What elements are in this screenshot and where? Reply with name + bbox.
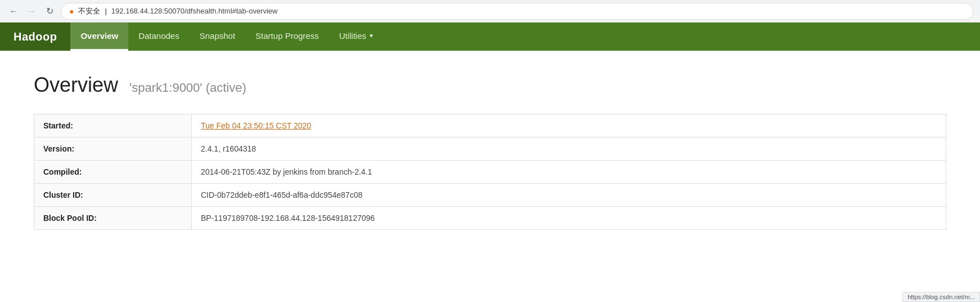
row-label: Cluster ID: <box>34 184 192 207</box>
page-heading: Overview 'spark1:9000' (active) <box>34 73 946 97</box>
address-bar[interactable]: ● 不安全 | 192.168.44.128:50070/dfshealth.h… <box>61 3 973 20</box>
table-row: Version:2.4.1, r1604318 <box>34 137 946 161</box>
main-content: Overview 'spark1:9000' (active) Started:… <box>0 51 980 252</box>
nav-datanodes[interactable]: Datanodes <box>128 23 190 51</box>
navbar-brand[interactable]: Hadoop <box>0 23 70 51</box>
row-value: CID-0b72ddeb-e8f1-465d-af6a-ddc954e87c08 <box>192 184 946 207</box>
reload-button[interactable]: ↻ <box>43 5 56 18</box>
row-value-link[interactable]: Tue Feb 04 23:50:15 CST 2020 <box>201 121 311 130</box>
table-row: Started:Tue Feb 04 23:50:15 CST 2020 <box>34 114 946 137</box>
forward-button[interactable]: → <box>25 5 38 18</box>
row-value: 2.4.1, r1604318 <box>192 137 946 161</box>
table-row: Block Pool ID:BP-1197189708-192.168.44.1… <box>34 207 946 230</box>
table-row: Cluster ID:CID-0b72ddeb-e8f1-465d-af6a-d… <box>34 184 946 207</box>
row-label: Started: <box>34 114 192 137</box>
row-label: Compiled: <box>34 161 192 184</box>
navbar-items: Overview Datanodes Snapshot Startup Prog… <box>70 23 384 51</box>
nav-startup-progress[interactable]: Startup Progress <box>245 23 329 51</box>
table-row: Compiled:2014-06-21T05:43Z by jenkins fr… <box>34 161 946 184</box>
url-text: 192.168.44.128:50070/dfshealth.html#tab-… <box>111 7 278 15</box>
row-label: Version: <box>34 137 192 161</box>
info-table: Started:Tue Feb 04 23:50:15 CST 2020Vers… <box>34 114 946 230</box>
row-value[interactable]: Tue Feb 04 23:50:15 CST 2020 <box>192 114 946 137</box>
row-value: BP-1197189708-192.168.44.128-15649181270… <box>192 207 946 230</box>
back-button[interactable]: ← <box>7 5 20 18</box>
navbar: Hadoop Overview Datanodes Snapshot Start… <box>0 23 980 51</box>
row-value: 2014-06-21T05:43Z by jenkins from branch… <box>192 161 946 184</box>
security-label: 不安全 <box>78 6 100 16</box>
page-subtitle: 'spark1:9000' (active) <box>129 81 246 95</box>
security-icon: ● <box>69 7 74 16</box>
browser-chrome: ← → ↻ ● 不安全 | 192.168.44.128:50070/dfshe… <box>0 0 980 23</box>
url-separator: | <box>105 7 106 15</box>
row-label: Block Pool ID: <box>34 207 192 230</box>
nav-overview[interactable]: Overview <box>70 23 128 51</box>
nav-utilities[interactable]: Utilities ▼ <box>329 23 384 51</box>
dropdown-arrow-icon: ▼ <box>368 33 374 39</box>
nav-snapshot[interactable]: Snapshot <box>190 23 245 51</box>
